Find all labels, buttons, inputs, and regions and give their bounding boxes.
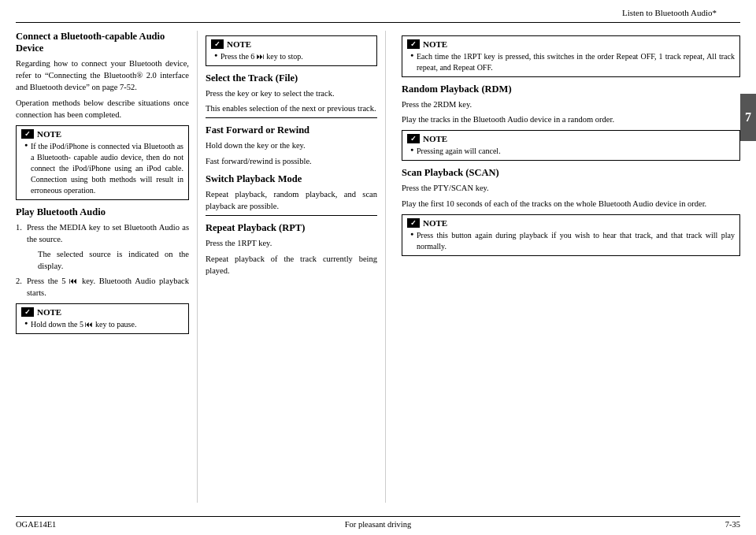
- chapter-tab: 7: [740, 94, 756, 141]
- connect-note-label: NOTE: [37, 129, 61, 139]
- switch-body1: Repeat playback, random playback, and sc…: [206, 188, 377, 212]
- scan-body1: Press the PTY/SCAN key.: [402, 182, 740, 194]
- right-note-top-item-1: Each time the 1RPT key is pressed, this …: [410, 51, 735, 73]
- select-title: Select the Track (File): [206, 72, 377, 84]
- random-section: Random Playback (RDM) Press the 2RDM key…: [402, 84, 740, 125]
- random-note-flag: ✓: [407, 134, 420, 143]
- repeat-body1: Press the 1RPT key.: [206, 237, 377, 249]
- footer-right: 7-35: [725, 520, 740, 529]
- fastforward-section: Fast Forward or Rewind Hold down the key…: [206, 124, 377, 166]
- repeat-section: Repeat Playback (RPT) Press the 1RPT key…: [206, 222, 377, 277]
- connect-section: Connect a Bluetooth-capable Audio Device…: [16, 31, 189, 200]
- random-note-list: Pressing again will cancel.: [407, 146, 735, 157]
- scan-note-box: ✓ NOTE Press this button again during pl…: [402, 214, 740, 256]
- footer-left: OGAE14E1: [16, 520, 56, 529]
- page-footer: OGAE14E1 For pleasant driving 7-35: [16, 516, 740, 529]
- select-section: Select the Track (File) Press the key or…: [206, 72, 377, 114]
- connect-note-list: If the iPod/iPhone is connected via Blue…: [21, 141, 183, 196]
- play-step-2: 2. Press the 5 ⏮ key. Bluetooth Audio pl…: [16, 275, 189, 299]
- switch-section: Switch Playback Mode Repeat playback, ra…: [206, 173, 377, 212]
- page-container: Listen to Bluetooth Audio* Connect a Blu…: [0, 0, 756, 535]
- connect-note-flag: ✓: [21, 129, 34, 139]
- middle-note-top-list: Press the 6 ⏭ key to stop.: [211, 51, 372, 62]
- scan-note-flag: ✓: [407, 218, 420, 228]
- step2-text: Press the 5 ⏮ key. Bluetooth Audio playb…: [27, 277, 189, 297]
- page-header: Listen to Bluetooth Audio*: [16, 8, 740, 23]
- connect-note-box: ✓ NOTE If the iPod/iPhone is connected v…: [16, 125, 189, 200]
- step1-num: 1.: [16, 221, 22, 233]
- scan-body2: Play the first 10 seconds of each of the…: [402, 198, 740, 210]
- scan-note-list: Press this button again during playback …: [407, 230, 735, 252]
- middle-note-top-header: ✓ NOTE: [211, 39, 372, 49]
- right-note-top-flag: ✓: [407, 39, 420, 49]
- connect-note-header: ✓ NOTE: [21, 129, 183, 139]
- repeat-body2: Repeat playback of the track currently b…: [206, 253, 377, 277]
- step1-text: Press the MEDIA key to set Bluetooth Aud…: [27, 223, 189, 243]
- scan-note-label: NOTE: [423, 218, 447, 228]
- select-body2: This enables selection of the next or pr…: [206, 102, 377, 114]
- switch-title: Switch Playback Mode: [206, 173, 377, 185]
- col-right: 7 ✓ NOTE Each time the 1RPT key is press…: [394, 31, 740, 503]
- connect-note-item-1: If the iPod/iPhone is connected via Blue…: [24, 141, 183, 196]
- select-body1: Press the key or key to select the track…: [206, 87, 377, 99]
- play-note-label: NOTE: [37, 307, 61, 317]
- col-left: Connect a Bluetooth-capable Audio Device…: [16, 31, 189, 503]
- random-title: Random Playback (RDM): [402, 84, 740, 95]
- middle-note-top: ✓ NOTE Press the 6 ⏭ key to stop.: [206, 35, 377, 66]
- connect-body2: Operation methods below describe situati…: [16, 97, 189, 121]
- fastforward-body1: Hold down the key or the key.: [206, 139, 377, 151]
- connect-body1: Regarding how to connect your Bluetooth …: [16, 58, 189, 94]
- right-note-top: ✓ NOTE Each time the 1RPT key is pressed…: [402, 35, 740, 77]
- play-note-flag: ✓: [21, 307, 34, 317]
- scan-title: Scan Playback (SCAN): [402, 167, 740, 179]
- step2-num: 2.: [16, 275, 22, 287]
- play-steps: 1. Press the MEDIA key to set Bluetooth …: [16, 221, 189, 299]
- scan-note-item-1: Press this button again during playback …: [410, 230, 735, 252]
- footer-center: For pleasant driving: [345, 520, 412, 529]
- play-step-1: 1. Press the MEDIA key to set Bluetooth …: [16, 221, 189, 272]
- random-note-box: ✓ NOTE Pressing again will cancel.: [402, 130, 740, 161]
- scan-note-header: ✓ NOTE: [407, 218, 735, 228]
- header-title: Listen to Bluetooth Audio*: [622, 8, 717, 17]
- scan-section: Scan Playback (SCAN) Press the PTY/SCAN …: [402, 167, 740, 209]
- random-note-item-1: Pressing again will cancel.: [410, 146, 735, 157]
- fastforward-title: Fast Forward or Rewind: [206, 124, 377, 136]
- right-note-top-label: NOTE: [423, 39, 447, 49]
- random-body2: Play the tracks in the Bluetooth Audio d…: [402, 113, 740, 125]
- middle-note-top-item-1: Press the 6 ⏭ key to stop.: [214, 51, 372, 62]
- middle-note-top-label: NOTE: [227, 39, 251, 49]
- main-content: Connect a Bluetooth-capable Audio Device…: [0, 23, 756, 503]
- play-note-header: ✓ NOTE: [21, 307, 183, 317]
- play-section: Play Bluetooth Audio 1. Press the MEDIA …: [16, 206, 189, 334]
- fastforward-body2: Fast forward/rewind is possible.: [206, 155, 377, 167]
- play-note-list: Hold down the 5 ⏮ key to pause.: [21, 319, 183, 330]
- right-note-top-list: Each time the 1RPT key is pressed, this …: [407, 51, 735, 73]
- middle-note-top-flag: ✓: [211, 39, 224, 49]
- play-title: Play Bluetooth Audio: [16, 206, 189, 218]
- play-note-item-1: Hold down the 5 ⏮ key to pause.: [24, 319, 183, 330]
- col-middle: ✓ NOTE Press the 6 ⏭ key to stop. Select…: [197, 31, 386, 503]
- step1-sub: The selected source is indicated on the …: [27, 248, 189, 272]
- play-note-box: ✓ NOTE Hold down the 5 ⏮ key to pause.: [16, 303, 189, 334]
- connect-title: Connect a Bluetooth-capable Audio Device: [16, 31, 189, 54]
- right-note-top-header: ✓ NOTE: [407, 39, 735, 49]
- repeat-title: Repeat Playback (RPT): [206, 222, 377, 234]
- random-note-header: ✓ NOTE: [407, 134, 735, 143]
- random-note-label: NOTE: [423, 134, 447, 143]
- random-body1: Press the 2RDM key.: [402, 98, 740, 110]
